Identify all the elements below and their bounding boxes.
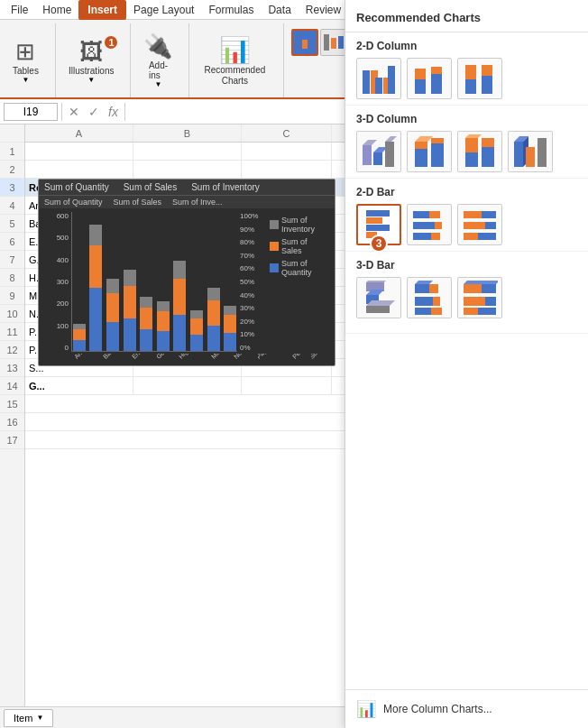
illustrations-button[interactable]: 🖼 1 Illustrations ▼ — [63, 34, 120, 88]
svg-marker-64 — [366, 281, 390, 282]
chart-header-2: Sum of Quantity Sum of Sales Sum of Inve… — [39, 195, 335, 208]
svg-rect-45 — [537, 138, 547, 167]
ribbon-group-tables: ⊞ Tables ▼ — [7, 23, 56, 97]
svg-rect-13 — [375, 78, 382, 94]
svg-rect-3 — [324, 34, 329, 51]
chart-icon-100pct-bar[interactable] — [457, 204, 502, 245]
menu-pagelayout[interactable]: Page Layout — [126, 2, 201, 18]
cell-c1[interactable] — [242, 143, 332, 160]
y-label-100: 100 — [42, 322, 69, 330]
sheet-tab-item[interactable]: Item ▼ — [4, 709, 53, 727]
tables-label: Tables — [13, 66, 39, 76]
chart-icon-100pct-col[interactable] — [457, 58, 502, 99]
chart-type-btn-2[interactable] — [320, 29, 347, 56]
addins-button[interactable]: 🔌 Add-ins ▼ — [138, 29, 178, 92]
svg-rect-16 — [415, 79, 426, 94]
cell-b2[interactable] — [133, 161, 242, 178]
bar-pagesbox — [189, 310, 204, 351]
illustrations-label: Illustrations — [69, 66, 115, 76]
pct-60: 60% — [240, 264, 266, 272]
bar-gelpen — [123, 270, 137, 351]
section-2d-bar-icons: 3 — [356, 204, 577, 245]
cell-a2[interactable] — [25, 161, 133, 178]
row-num-8: 8 — [0, 269, 24, 287]
svg-rect-73 — [433, 297, 440, 306]
chart-body: 600 500 400 300 200 100 0 — [39, 208, 335, 352]
dropdown-title-area: Recommended Charts — [345, 0, 588, 32]
chart-header-qty: Sum of Quantity — [44, 182, 109, 192]
svg-rect-51 — [429, 211, 440, 218]
chart-header-2-qty: Sum of Quantity — [44, 198, 103, 207]
chart-icon-stacked-col[interactable] — [407, 58, 452, 99]
svg-rect-67 — [366, 306, 390, 313]
svg-rect-40 — [482, 138, 494, 147]
tables-button[interactable]: ⊞ Tables ▼ — [7, 34, 44, 88]
row-num-1: 1 — [0, 143, 24, 161]
y-label-400: 400 — [42, 256, 69, 264]
pct-30: 30% — [240, 304, 266, 312]
svg-rect-0 — [295, 36, 300, 49]
svg-rect-69 — [415, 284, 429, 293]
chart-icon-3d-col-1[interactable] — [356, 131, 401, 172]
recommended-charts-button[interactable]: 📊 RecommendedCharts — [197, 32, 272, 90]
x-label-higherpen: Higher Pen — [178, 354, 202, 360]
addins-dropdown-arrow: ▼ — [155, 80, 162, 88]
cell-reference-input[interactable] — [4, 103, 58, 121]
chart-icon-3d-col-4[interactable] — [508, 131, 553, 172]
menu-insert[interactable]: Insert — [78, 0, 126, 20]
row-num-2: 2 — [0, 161, 24, 179]
svg-rect-50 — [413, 211, 429, 218]
chart-type-btn-1[interactable] — [291, 29, 318, 56]
cell-c2[interactable] — [242, 161, 332, 178]
svg-rect-74 — [415, 308, 431, 315]
chart-icon-3d-bar-2[interactable] — [407, 277, 452, 318]
more-charts-link[interactable]: 📊 More Column Charts... — [345, 689, 588, 728]
svg-rect-54 — [413, 233, 431, 240]
svg-rect-34 — [431, 143, 444, 167]
chart-header: Sum of Quantity Sum of Sales Sum of Inve… — [39, 180, 335, 195]
svg-marker-33 — [415, 136, 433, 142]
svg-marker-30 — [385, 136, 397, 142]
x-label-notebook: Notebook — [233, 354, 254, 360]
addins-icon: 🔌 — [143, 32, 172, 60]
cell-a1[interactable] — [25, 143, 133, 160]
svg-rect-75 — [431, 308, 442, 315]
chart-icon-3d-col-2[interactable] — [407, 131, 452, 172]
formula-cancel-icon[interactable]: ✕ — [66, 105, 82, 119]
formula-confirm-icon[interactable]: ✓ — [86, 105, 102, 119]
svg-rect-32 — [415, 142, 427, 149]
bar-higherpen — [139, 297, 153, 351]
row-num-9: 9 — [0, 287, 24, 305]
chart-header-inv: Sum of Inventory — [191, 182, 260, 192]
x-label-marker: Marker — [210, 354, 228, 360]
y-label-500: 500 — [42, 234, 69, 242]
svg-rect-48 — [366, 225, 390, 231]
menu-review[interactable]: Review — [299, 2, 348, 18]
chart-icon-3d-bar-1[interactable] — [356, 277, 401, 318]
chart-icon-3d-bar-3[interactable] — [457, 277, 502, 318]
ribbon-group-addins: 🔌 Add-ins ▼ — [138, 23, 189, 97]
row-num-4: 4 — [0, 197, 24, 215]
dropdown-title: Recommended Charts — [356, 11, 481, 24]
svg-rect-37 — [465, 138, 478, 152]
chart-icon-stacked-bar[interactable] — [407, 204, 452, 245]
chart-icon-clustered-col[interactable] — [356, 58, 401, 99]
formula-function-icon[interactable]: fx — [106, 105, 121, 119]
menu-home[interactable]: Home — [35, 2, 78, 18]
svg-rect-46 — [366, 210, 390, 217]
menu-file[interactable]: File — [4, 2, 35, 18]
chart-icon-3d-col-3[interactable] — [457, 131, 502, 172]
recommended-charts-icon: 📊 — [219, 35, 251, 65]
row-num-5: 5 — [0, 215, 24, 233]
menu-data[interactable]: Data — [261, 2, 298, 18]
chart-icon-clustered-bar[interactable]: 3 — [356, 204, 401, 245]
svg-rect-61 — [464, 233, 478, 240]
legend-color-sales — [270, 242, 279, 251]
cell-b1[interactable] — [133, 143, 242, 160]
bar-anticutter — [72, 324, 87, 351]
legend-label-sales: Sum of Sales — [281, 237, 327, 255]
menu-formulas[interactable]: Formulas — [201, 2, 261, 18]
svg-marker-38 — [465, 134, 483, 138]
pct-90: 90% — [240, 226, 266, 234]
svg-rect-57 — [464, 211, 482, 218]
